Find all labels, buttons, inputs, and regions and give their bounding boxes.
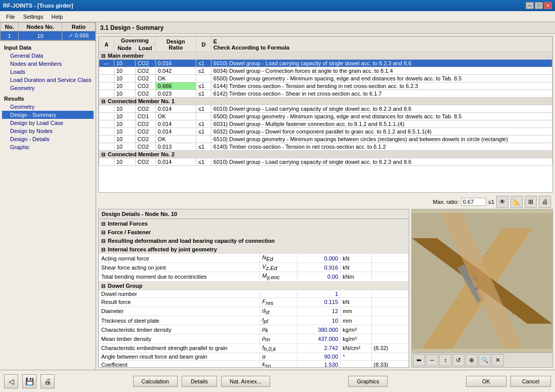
max-ratio-label: Max. ratio: — [433, 199, 458, 205]
table-row[interactable]: 10 CO2 OK 6510) Dowel group geometry - M… — [99, 136, 552, 143]
th-check-formula: ECheck According to Formula — [211, 37, 552, 52]
results-section: Results Geometry Design - Summary Design… — [0, 92, 96, 151]
table-row[interactable]: 10 CO2 0.666 ≤1 6144) Timber cross-secti… — [99, 82, 552, 90]
maximize-button[interactable]: □ — [535, 2, 543, 9]
group-connected-2: ⊟ Connected Member No. 2 — [99, 151, 552, 158]
th-load: Load — [135, 45, 155, 52]
table-row[interactable]: 10 CO2 0.013 ≤1 6140) Timber cross-secti… — [99, 143, 552, 151]
svg-point-8 — [486, 252, 488, 254]
toolbar-view-btn[interactable]: 👁 — [496, 196, 508, 208]
th-d: D — [196, 37, 211, 52]
col-header-nodes: Nodes No. — [19, 23, 62, 31]
sidebar-item-general-data[interactable]: General Data — [2, 52, 94, 60]
panel-title: 3.1 Design - Summary — [96, 22, 555, 34]
detail-row: Characteristic embedment strength parall… — [99, 343, 409, 353]
table-row[interactable]: 10 CO2 0.014 ≤1 6010) Dowel group - Load… — [99, 158, 552, 166]
detail-row: Acting normal force NEd 0.000 kN — [99, 254, 409, 263]
title-bar: RF-JOINTS - [Truss girder] ─ □ ✕ — [0, 0, 555, 11]
section-internal-forces-joint[interactable]: ⊟ Internal forces affected by joint geom… — [99, 245, 409, 254]
cancel-button[interactable]: Cancel — [510, 376, 551, 387]
graphic-zoom-btn[interactable]: 🔍 — [479, 354, 491, 366]
cell-no: 1 — [1, 31, 19, 40]
details-table: ⊟ Internal Forces ⊟ Force / Fastener ⊟ R… — [99, 219, 409, 367]
graphic-close-btn[interactable]: ✕ — [492, 354, 504, 366]
node-table: No. Nodes No. Ratio 1 10 ✓ 0.666 — [0, 22, 96, 41]
section-resulting-deformation[interactable]: ⊟ Resulting deformation and load bearing… — [99, 237, 409, 245]
input-data-label: Input Data — [2, 43, 94, 52]
sidebar-item-design-nodes[interactable]: Design by Nodes — [2, 127, 94, 135]
right-panel: 3.1 Design - Summary A Governing DesignR… — [96, 22, 555, 370]
calculation-button[interactable]: Calculation — [133, 376, 178, 387]
table-row[interactable]: 1 10 ✓ 0.666 — [1, 31, 96, 40]
graphic-zoom-in-btn[interactable]: ⊕ — [465, 354, 478, 366]
cell-nodes: 10 — [19, 31, 62, 40]
table-row[interactable]: 10 CO2 OK 6500) Dowel group geometry - M… — [99, 75, 552, 82]
group-label: ⊟ Connected Member No. 2 — [99, 151, 552, 158]
sidebar-item-design-load-case[interactable]: Design by Load Case — [2, 119, 94, 127]
sidebar-item-loads[interactable]: Loads — [2, 68, 94, 76]
details-content[interactable]: ⊟ Internal Forces ⊟ Force / Fastener ⊟ R… — [99, 219, 409, 367]
results-label: Results — [2, 94, 94, 103]
section-dowel-group[interactable]: ⊟ Dowel Group — [99, 281, 409, 290]
graphics-button[interactable]: Graphics — [348, 376, 388, 387]
table-row[interactable]: 10 CO2 0.014 ≤1 6031) Dowel group - Mult… — [99, 120, 552, 128]
sidebar-item-geometry-input[interactable]: Geometry — [2, 84, 94, 92]
section-force-fastener[interactable]: ⊟ Force / Fastener — [99, 228, 409, 237]
table-row[interactable]: 10 CO2 0.023 ≤1 6142) Timber cross-secti… — [99, 90, 552, 98]
menu-settings[interactable]: Settings — [19, 13, 48, 21]
svg-point-7 — [456, 302, 458, 304]
footer-save-btn[interactable]: 💾 — [22, 374, 36, 388]
bottom-split: Design Details - Node No. 10 ⊟ Internal … — [98, 209, 553, 368]
table-row[interactable]: 10 CO1 OK 6500) Dowel group geometry - M… — [99, 113, 552, 120]
col-header-ratio: Ratio — [62, 23, 96, 31]
table-row[interactable]: 10 CO2 0.042 ≤1 6034) Dowel group - Conn… — [99, 67, 552, 75]
summary-table: A Governing DesignRatio D ECheck Accordi… — [99, 36, 552, 166]
sidebar-item-design-summary[interactable]: Design - Summary — [2, 111, 94, 119]
toolbar-measure-btn[interactable]: 📐 — [510, 196, 523, 208]
graphic-panel: ⬅ ↔ ↕ ↺ ⊕ 🔍 ✕ — [411, 209, 553, 368]
sidebar-item-geometry-results[interactable]: Geometry — [2, 103, 94, 111]
sidebar-item-design-details[interactable]: Design - Details — [2, 135, 94, 143]
table-row[interactable]: — 10 CO2 0.016 ≤1 6010) Dowel group - Lo… — [99, 60, 552, 67]
toolbar-print-btn[interactable]: 🖨 — [539, 196, 551, 208]
detail-row: Dowel number 1 — [99, 290, 409, 297]
detail-row: Total bending moment due to eccentriciti… — [99, 272, 409, 281]
details-button[interactable]: Details — [182, 376, 217, 387]
sidebar-item-load-duration[interactable]: Load Duration and Service Class — [2, 76, 94, 84]
input-data-section: Input Data General Data Nodes and Member… — [0, 41, 96, 92]
nat-annex-button[interactable]: Nat. Annex... — [221, 376, 270, 387]
graphic-move-btn[interactable]: ⬅ — [413, 354, 425, 366]
footer-print-btn[interactable]: 🖨 — [40, 374, 55, 388]
close-button[interactable]: ✕ — [544, 2, 552, 9]
details-title: Design Details - Node No. 10 — [99, 209, 409, 219]
table-row[interactable]: 10 CO2 0.014 ≤1 6010) Dowel group - Load… — [99, 105, 552, 113]
window-title: RF-JOINTS - [Truss girder] — [3, 3, 73, 9]
menu-bar: File Settings Help — [0, 11, 555, 22]
graphic-rotate-btn[interactable]: ↺ — [452, 354, 464, 366]
toolbar-table-btn[interactable]: ⊞ — [525, 196, 537, 208]
menu-help[interactable]: Help — [47, 13, 67, 21]
max-ratio-input[interactable] — [461, 198, 486, 206]
table-row[interactable]: 10 CO2 0.014 ≤1 6032) Dowel group - Dowe… — [99, 128, 552, 136]
detail-row: Mean timber density ρm 437.000 kg/m³ — [99, 334, 409, 343]
graphic-toolbar: ⬅ ↔ ↕ ↺ ⊕ 🔍 ✕ — [412, 353, 552, 367]
ok-button[interactable]: OK — [466, 376, 506, 387]
th-design-ratio: DesignRatio — [155, 37, 196, 52]
detail-row: Angle between result force and beam grai… — [99, 353, 409, 360]
th-node: Node — [114, 45, 136, 52]
graphic-canvas — [412, 209, 552, 353]
main-container: No. Nodes No. Ratio 1 10 ✓ 0.666 Input D… — [0, 22, 555, 370]
sidebar-item-nodes-members[interactable]: Nodes and Members — [2, 60, 94, 68]
section-internal-forces[interactable]: ⊟ Internal Forces — [99, 220, 409, 228]
detail-row: Coefficient kso 1.530 (8.33) — [99, 360, 409, 367]
group-main-member: ⊟ Main member — [99, 52, 552, 60]
graphic-pan-h-btn[interactable]: ↔ — [426, 354, 438, 366]
menu-file[interactable]: File — [2, 13, 19, 21]
summary-table-container[interactable]: A Governing DesignRatio D ECheck Accordi… — [98, 36, 553, 193]
footer-back-btn[interactable]: ◁ — [4, 374, 18, 388]
sidebar-item-graphic[interactable]: Graphic — [2, 143, 94, 151]
minimize-button[interactable]: ─ — [526, 2, 534, 9]
group-connected-1: ⊟ Connected Member No. 1 — [99, 98, 552, 105]
graphic-pan-v-btn[interactable]: ↕ — [439, 354, 451, 366]
footer: ◁ 💾 🖨 Calculation Details Nat. Annex... … — [0, 370, 555, 392]
